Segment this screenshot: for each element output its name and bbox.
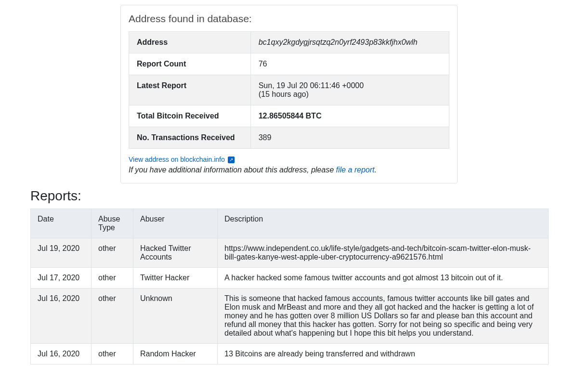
info-value-sub: (15 hours ago) [259,90,309,98]
table-row: Jul 17, 2020otherTwitter HackerA hacker … [31,268,549,288]
info-row: Addressbc1qxy2kgdygjrsqtzq2n0yrf2493p83k… [129,32,449,53]
hint-suffix: . [375,166,377,174]
col-header-description: Description [218,209,549,238]
cell-abuse-type: other [92,344,133,365]
col-header-abuse-type: Abuse Type [92,209,133,238]
address-info-table: Addressbc1qxy2kgdygjrsqtzq2n0yrf2493p83k… [129,31,449,149]
cell-abuse-type: other [92,238,133,268]
file-report-hint: If you have additional information about… [129,166,449,174]
table-row: Jul 16, 2020otherUnknownThis is someone … [31,288,549,344]
reports-heading: Reports: [30,188,578,204]
info-value-text: bc1qxy2kgdygjrsqtzq2n0yrf2493p83kkfjhx0w… [259,38,418,46]
cell-description: https://www.independent.co.uk/life-style… [218,238,549,268]
cell-abuser: Twitter Hacker [133,268,218,288]
hint-prefix: If you have additional information about… [129,166,336,174]
cell-abuser: Random Hacker [133,344,218,365]
info-row: Total Bitcoin Received12.86505844 BTC [129,105,449,127]
col-header-date: Date [31,209,92,238]
info-value: Sun, 19 Jul 20 06:11:46 +0000(15 hours a… [250,75,449,105]
info-value: bc1qxy2kgdygjrsqtzq2n0yrf2493p83kkfjhx0w… [250,32,449,53]
cell-abuse-type: other [92,268,133,288]
info-value-text: Sun, 19 Jul 20 06:11:46 +0000 [259,81,364,90]
table-row: Jul 16, 2020otherRandom Hacker13 Bitcoin… [31,344,549,365]
blockchain-link[interactable]: View address on blockchain.info ↗ [129,156,235,163]
cell-description: A hacker hacked some famous twitter acco… [218,268,549,288]
cell-date: Jul 17, 2020 [31,268,92,288]
info-row: No. Transactions Received389 [129,127,449,149]
cell-description: This is someone that hacked famous accou… [218,288,549,344]
cell-date: Jul 19, 2020 [31,238,92,268]
file-report-link[interactable]: file a report [336,166,375,174]
table-row: Jul 19, 2020otherHacked Twitter Accounts… [31,238,549,268]
cell-abuse-type: other [92,288,133,344]
info-label: Total Bitcoin Received [129,105,251,127]
info-row: Latest ReportSun, 19 Jul 20 06:11:46 +00… [129,75,449,105]
info-label: Latest Report [129,75,251,105]
info-value: 12.86505844 BTC [250,105,449,127]
info-value: 76 [250,53,449,75]
info-label: Address [129,32,251,53]
address-info-card: Address found in database: Addressbc1qxy… [120,5,458,183]
card-title: Address found in database: [129,13,449,25]
reports-table: Date Abuse Type Abuser Description Jul 1… [30,209,549,365]
info-value-text: 12.86505844 BTC [259,112,322,120]
reports-header-row: Date Abuse Type Abuser Description [31,209,549,238]
info-value-text: 389 [259,133,272,142]
cell-abuser: Unknown [133,288,218,344]
col-header-abuser: Abuser [133,209,218,238]
cell-date: Jul 16, 2020 [31,344,92,365]
info-value: 389 [250,127,449,149]
cell-date: Jul 16, 2020 [31,288,92,344]
cell-description: 13 Bitcoins are already being transferre… [218,344,549,365]
info-label: Report Count [129,53,251,75]
cell-abuser: Hacked Twitter Accounts [133,238,218,268]
info-value-text: 76 [259,60,267,68]
blockchain-link-text: View address on blockchain.info [129,156,225,163]
info-label: No. Transactions Received [129,127,251,149]
external-link-icon: ↗ [228,157,235,163]
info-row: Report Count76 [129,53,449,75]
